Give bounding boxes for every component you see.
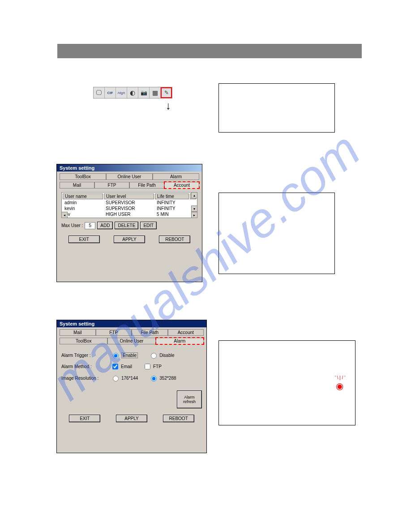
- radio-disable-label: Disable: [159, 353, 174, 358]
- dialog1-tabs-row1: ToolBox Online User Alarm: [57, 172, 202, 180]
- cell-level: SUPERVISOR: [104, 206, 154, 211]
- radio-disable[interactable]: [151, 353, 157, 359]
- scroll-left-icon[interactable]: ◂: [61, 212, 68, 218]
- info-box-2: [218, 193, 335, 274]
- reboot-button[interactable]: REBOOT: [163, 415, 194, 422]
- exit-button[interactable]: EXIT: [68, 236, 100, 243]
- alarm-trigger-enable[interactable]: Enable: [111, 352, 138, 359]
- exit-button[interactable]: EXIT: [69, 415, 100, 422]
- system-setting-account-dialog: System setting ToolBox Online User Alarm…: [56, 164, 202, 282]
- edit-button[interactable]: EDIT: [140, 222, 157, 229]
- user-table: User name User level Life time admin SUP…: [61, 192, 197, 218]
- settings-icon[interactable]: [161, 87, 172, 98]
- system-setting-alarm-dialog: System setting Mail FTP File Path Accoun…: [56, 320, 207, 453]
- tab-account[interactable]: Account: [168, 329, 204, 336]
- res-352x288[interactable]: 352*288: [149, 374, 176, 382]
- cell-life: 5 MIN: [155, 212, 189, 217]
- cell-life: INFINITY: [155, 206, 189, 211]
- tab-mail[interactable]: Mail: [60, 182, 94, 189]
- cell-level: HIGH USER: [104, 212, 154, 217]
- arrow-down-icon: ↓: [166, 99, 171, 112]
- max-user-controls: Max User : ADD DELETE EDIT: [61, 222, 197, 229]
- radio-res-b-label: 352*288: [159, 376, 176, 381]
- tab-mail[interactable]: Mail: [60, 329, 96, 336]
- tab-alarm[interactable]: Alarm: [156, 338, 204, 344]
- tab-ftp[interactable]: FTP: [96, 329, 132, 336]
- col-life-time[interactable]: Life time: [155, 193, 189, 199]
- dialog2-tabs-row2: ToolBox Online User Alarm: [57, 336, 206, 344]
- account-body: User name User level Life time admin SUP…: [57, 189, 202, 233]
- radio-enable-label: Enable: [121, 352, 138, 358]
- alarm-body: Alarm Trigger : Enable Disable Alarm Met…: [57, 344, 206, 412]
- alarm-light-icon: [336, 381, 343, 391]
- alarm-refresh-button[interactable]: Alarm refresh: [177, 390, 202, 408]
- delete-button[interactable]: DELETE: [115, 222, 138, 229]
- image-resolution-row: Image Resolution : 176*144 352*288: [61, 374, 202, 382]
- add-button[interactable]: ADD: [97, 222, 113, 229]
- monitor-icon[interactable]: [94, 87, 105, 98]
- radio-res-a-label: 176*144: [121, 376, 138, 381]
- table-row[interactable]: kevin SUPERVISOR INFINITY: [63, 206, 196, 211]
- cell-user: lov: [63, 212, 103, 217]
- alarm-light-rays: ' \ | / ': [335, 375, 345, 380]
- dialog1-footer: EXIT APPLY REBOOT: [57, 233, 202, 248]
- tab-file-path[interactable]: File Path: [129, 182, 164, 189]
- user-table-wrap: User name User level Life time admin SUP…: [61, 192, 197, 218]
- col-user-name[interactable]: User name: [63, 193, 103, 199]
- tab-file-path[interactable]: File Path: [132, 329, 168, 336]
- alarm-method-row: Alarm Method : Email FTP: [61, 362, 202, 371]
- alarm-trigger-label: Alarm Trigger :: [61, 353, 106, 358]
- tab-online-user[interactable]: Online User: [106, 173, 153, 180]
- tab-account[interactable]: Account: [164, 182, 199, 189]
- dialog-title: System setting: [57, 164, 202, 172]
- cell-life: INFINITY: [155, 200, 189, 205]
- film-icon[interactable]: [150, 87, 161, 98]
- cell-user: admin: [63, 200, 103, 205]
- max-user-input[interactable]: [85, 222, 95, 229]
- scroll-right-icon[interactable]: ▸: [191, 212, 197, 218]
- image-resolution-label: Image Resolution :: [61, 376, 106, 381]
- alarm-trigger-disable[interactable]: Disable: [149, 352, 174, 359]
- radio-res-a[interactable]: [113, 376, 119, 382]
- scroll-up-icon[interactable]: ▴: [191, 192, 197, 198]
- checkbox-email-label: Email: [121, 364, 132, 369]
- checkbox-email[interactable]: [112, 364, 118, 369]
- info-box-3: [218, 340, 355, 425]
- high-icon[interactable]: High: [116, 87, 127, 98]
- cif-icon[interactable]: CIF: [105, 87, 116, 98]
- radio-enable[interactable]: [113, 353, 119, 359]
- camera-icon[interactable]: [138, 87, 150, 98]
- page-header-banner: [57, 44, 362, 58]
- dialog2-footer: EXIT APPLY REBOOT: [57, 412, 206, 427]
- tab-toolbox[interactable]: ToolBox: [60, 338, 107, 344]
- dialog2-tabs-row1: Mail FTP File Path Account: [57, 327, 206, 336]
- dialog-title: System setting: [57, 320, 206, 327]
- alarm-method-label: Alarm Method :: [61, 364, 106, 369]
- icon-toolbar: CIF High: [93, 87, 172, 99]
- table-row[interactable]: lov HIGH USER 5 MIN: [63, 212, 196, 217]
- apply-button[interactable]: APPLY: [114, 236, 145, 243]
- alarm-method-email[interactable]: Email: [111, 362, 132, 371]
- tab-ftp[interactable]: FTP: [94, 182, 129, 189]
- reboot-button[interactable]: REBOOT: [159, 236, 190, 243]
- tab-online-user[interactable]: Online User: [107, 338, 155, 344]
- tab-toolbox[interactable]: ToolBox: [60, 173, 106, 180]
- checkbox-ftp[interactable]: [145, 364, 150, 369]
- alarm-trigger-row: Alarm Trigger : Enable Disable: [61, 352, 202, 359]
- res-176x144[interactable]: 176*144: [111, 374, 138, 382]
- cell-user: kevin: [63, 206, 103, 211]
- tab-alarm[interactable]: Alarm: [153, 173, 199, 180]
- max-user-label: Max User :: [61, 223, 83, 228]
- info-box-1: [218, 83, 335, 133]
- scroll-down-icon[interactable]: ▾: [191, 206, 197, 212]
- cell-level: SUPERVISOR: [104, 200, 154, 205]
- radio-res-b[interactable]: [151, 376, 157, 382]
- contrast-icon[interactable]: [127, 87, 138, 98]
- apply-button[interactable]: APPLY: [116, 415, 147, 422]
- table-row[interactable]: admin SUPERVISOR INFINITY: [63, 200, 196, 205]
- col-user-level[interactable]: User level: [104, 193, 154, 199]
- alarm-method-ftp[interactable]: FTP: [143, 362, 162, 371]
- dialog1-tabs-row2: Mail FTP File Path Account: [57, 180, 202, 189]
- checkbox-ftp-label: FTP: [153, 364, 162, 369]
